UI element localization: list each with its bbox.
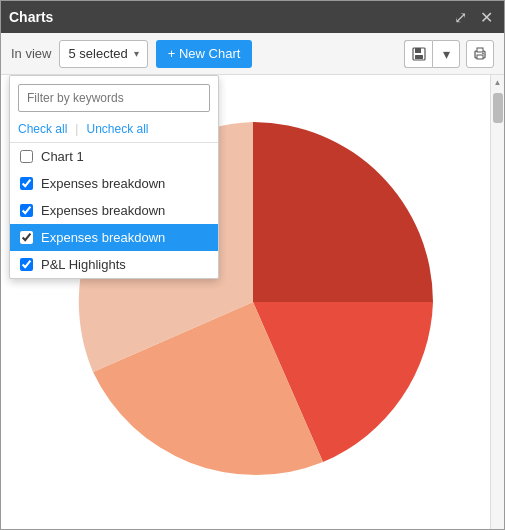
main-area: Check all | Uncheck all Chart 1 Expenses… xyxy=(1,75,504,529)
save-dropdown-arrow-icon[interactable]: ▾ xyxy=(432,40,460,68)
uncheck-all-link[interactable]: Uncheck all xyxy=(86,122,148,136)
new-chart-button[interactable]: + New Chart xyxy=(156,40,253,68)
svg-point-6 xyxy=(482,52,484,54)
item-checkbox[interactable] xyxy=(20,204,33,217)
toolbar-right: ▾ xyxy=(404,40,494,68)
title-bar-icons: ⤢ ✕ xyxy=(450,7,496,27)
expand-icon[interactable]: ⤢ xyxy=(450,7,470,27)
list-item[interactable]: P&L Highlights xyxy=(10,251,218,278)
toolbar: In view 5 selected ▾ + New Chart ▾ xyxy=(1,33,504,75)
close-icon[interactable]: ✕ xyxy=(476,7,496,27)
save-button-group: ▾ xyxy=(404,40,460,68)
list-item-active[interactable]: Expenses breakdown xyxy=(10,224,218,251)
svg-rect-5 xyxy=(477,55,483,59)
item-checkbox[interactable] xyxy=(20,258,33,271)
print-icon[interactable] xyxy=(466,40,494,68)
item-label: Expenses breakdown xyxy=(41,203,165,218)
svg-rect-1 xyxy=(415,48,421,53)
filter-input[interactable] xyxy=(18,84,210,112)
title-bar: Charts ⤢ ✕ xyxy=(1,1,504,33)
save-icon[interactable] xyxy=(404,40,432,68)
check-links: Check all | Uncheck all xyxy=(10,120,218,142)
list-item[interactable]: Expenses breakdown xyxy=(10,170,218,197)
item-checkbox[interactable] xyxy=(20,177,33,190)
right-scrollbar[interactable]: ▲ xyxy=(490,75,504,529)
check-all-link[interactable]: Check all xyxy=(18,122,67,136)
selected-label: 5 selected xyxy=(68,46,127,61)
item-label: Expenses breakdown xyxy=(41,230,165,245)
item-label: Chart 1 xyxy=(41,149,84,164)
item-label: Expenses breakdown xyxy=(41,176,165,191)
in-view-label: In view xyxy=(11,46,51,61)
item-label: P&L Highlights xyxy=(41,257,126,272)
svg-rect-2 xyxy=(415,55,423,59)
item-checkbox[interactable] xyxy=(20,231,33,244)
main-window: Charts ⤢ ✕ In view 5 selected ▾ + New Ch… xyxy=(0,0,505,530)
selected-dropdown[interactable]: 5 selected ▾ xyxy=(59,40,147,68)
scroll-up-arrow[interactable]: ▲ xyxy=(491,75,505,89)
scroll-thumb[interactable] xyxy=(493,93,503,123)
list-item[interactable]: Expenses breakdown xyxy=(10,197,218,224)
list-item[interactable]: Chart 1 xyxy=(10,143,218,170)
svg-rect-4 xyxy=(477,48,483,52)
dropdown-panel: Check all | Uncheck all Chart 1 Expenses… xyxy=(9,75,219,279)
dropdown-list: Chart 1 Expenses breakdown Expenses brea… xyxy=(10,143,218,278)
item-checkbox[interactable] xyxy=(20,150,33,163)
dropdown-arrow-icon: ▾ xyxy=(134,48,139,59)
window-title: Charts xyxy=(9,9,450,25)
